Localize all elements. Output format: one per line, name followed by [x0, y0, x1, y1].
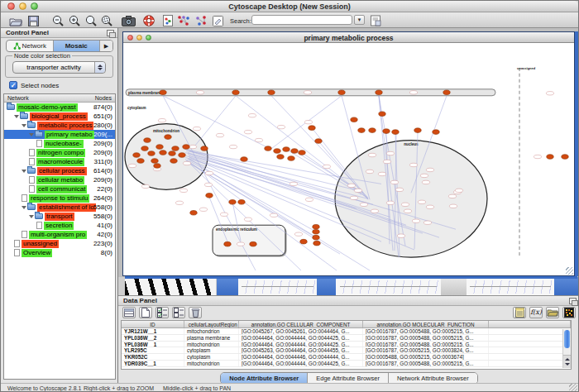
network-node[interactable] — [338, 90, 345, 95]
import-icon[interactable] — [546, 307, 559, 318]
table-row[interactable]: YJR121W__1mitochondrion[GO:0045267, GO:0… — [122, 328, 571, 335]
background-window-titlebar[interactable] — [317, 277, 336, 295]
tab-scroll-right-button[interactable]: ▶ — [100, 41, 112, 51]
annotation-icon[interactable] — [213, 15, 223, 26]
network-node[interactable] — [179, 153, 185, 158]
column-header[interactable]: annotation.GO MOLECULAR_FUNCTION — [363, 321, 489, 327]
tree-row[interactable]: macromolecule311(0) — [4, 157, 115, 166]
network-node[interactable] — [376, 90, 382, 95]
background-window-thumbnail[interactable] — [125, 277, 216, 295]
network-node[interactable] — [206, 194, 213, 198]
network-window-titlebar[interactable]: primary metabolic process — [123, 32, 574, 43]
layout-icon[interactable] — [176, 15, 191, 26]
table-scrollbar[interactable] — [562, 329, 570, 368]
network-node[interactable] — [154, 164, 160, 169]
network-node[interactable] — [241, 157, 247, 162]
tree-row[interactable]: Overview8(0) — [4, 248, 115, 257]
network-node[interactable] — [369, 128, 376, 133]
network-node[interactable] — [562, 155, 568, 160]
network-node[interactable] — [313, 229, 319, 234]
network-node[interactable] — [141, 146, 148, 151]
network-node[interactable] — [300, 239, 307, 244]
zoom-out-icon[interactable] — [52, 15, 65, 26]
zoom-in-icon[interactable] — [69, 15, 81, 26]
background-window-titlebar[interactable] — [554, 277, 579, 295]
tab-mosaic[interactable]: Mosaic — [54, 41, 101, 51]
scroll-down-icon[interactable] — [565, 363, 570, 366]
network-node[interactable] — [383, 129, 390, 134]
float-panel-icon[interactable] — [107, 30, 114, 36]
network-node[interactable] — [190, 210, 197, 215]
expand-arrow-icon[interactable] — [22, 124, 26, 127]
network-node[interactable] — [232, 90, 239, 95]
tree-row[interactable]: establishment of lo558(0) — [4, 203, 115, 212]
background-window-titlebar[interactable] — [217, 277, 238, 295]
notes-icon[interactable] — [513, 307, 526, 318]
network-node[interactable] — [172, 146, 179, 151]
layout-alt-icon[interactable] — [194, 15, 209, 26]
tree-row[interactable]: nucleobase-209(0) — [4, 139, 115, 148]
network-node[interactable] — [183, 145, 189, 150]
tree-row[interactable]: cell communicat22(0) — [4, 184, 115, 194]
table-row[interactable]: YLR295Ccytoplasm[GO:0045263, GO:0044464,… — [122, 347, 571, 354]
network-node[interactable] — [358, 128, 365, 133]
tree-row[interactable]: secretion41(0) — [4, 221, 115, 230]
app-resize-grip[interactable] — [569, 384, 577, 392]
network-node[interactable] — [291, 149, 298, 154]
network-node[interactable] — [169, 151, 175, 156]
function-icon[interactable]: f(x) — [529, 307, 543, 318]
network-node[interactable] — [268, 90, 275, 95]
attribute-table-header[interactable]: ID_cellularLayoutRegionannotation.GO CEL… — [122, 321, 571, 328]
delete-attribute-icon[interactable] — [189, 307, 202, 318]
unselect-attributes-icon[interactable] — [172, 307, 185, 318]
network-node[interactable] — [156, 145, 163, 150]
network-node[interactable] — [392, 130, 399, 135]
table-row[interactable]: YPL036W__1mitochondrion[GO:0044464, GO:0… — [122, 342, 571, 348]
help-icon[interactable] — [143, 15, 155, 26]
search-options-icon[interactable] — [371, 15, 381, 26]
network-node[interactable] — [265, 146, 271, 151]
network-node[interactable] — [144, 138, 151, 143]
tree-row[interactable]: metabolic process280(0) — [4, 121, 115, 130]
search-dropdown-button[interactable]: ▼ — [354, 15, 365, 25]
expand-arrow-icon[interactable] — [29, 133, 34, 136]
network-node[interactable] — [250, 241, 256, 246]
network-node[interactable] — [277, 155, 284, 160]
expand-arrow-icon[interactable] — [22, 170, 26, 173]
tree-row[interactable]: multi-organism pro42(0) — [4, 230, 115, 239]
tree-row[interactable]: transport558(0) — [4, 212, 115, 221]
matrix-icon[interactable] — [562, 307, 576, 318]
network-node[interactable] — [433, 130, 439, 135]
table-scroll-arrows[interactable] — [563, 355, 571, 368]
column-header[interactable]: _cellularLayoutRegion — [184, 321, 239, 327]
tree-row[interactable]: primary metabo209(... — [4, 130, 115, 139]
network-node[interactable] — [379, 112, 385, 117]
scroll-up-icon[interactable] — [565, 358, 570, 361]
network-node[interactable] — [351, 117, 357, 122]
select-attributes-icon[interactable] — [156, 307, 169, 318]
table-scrollbar-thumb[interactable] — [564, 330, 570, 348]
network-node[interactable] — [313, 241, 320, 246]
float-panel-icon[interactable] — [569, 298, 577, 304]
network-node[interactable] — [160, 90, 166, 95]
network-node[interactable] — [229, 200, 236, 205]
expand-arrow-icon[interactable] — [29, 215, 34, 218]
network-node[interactable] — [288, 156, 294, 161]
region-nucleus[interactable] — [335, 141, 487, 257]
search-input[interactable] — [251, 15, 352, 25]
tree-row[interactable]: cellular process614(0) — [4, 166, 115, 175]
network-node[interactable] — [170, 159, 177, 164]
vizmapper-icon[interactable] — [163, 15, 173, 26]
background-window-thumbnail[interactable] — [238, 277, 317, 295]
background-window-thumbnail[interactable] — [467, 277, 554, 295]
column-header[interactable]: annotation.GO CELLULAR_COMPONENT — [239, 321, 363, 327]
background-window-thumbnail[interactable] — [336, 277, 441, 295]
network-node[interactable] — [313, 235, 319, 240]
network-node[interactable] — [165, 135, 171, 140]
table-row[interactable]: YKR052Ccytoplasm[GO:0044464, GO:0044446,… — [122, 354, 571, 361]
tree-row[interactable]: mosaic-demo-yeast874(0) — [4, 103, 115, 112]
network-node[interactable] — [137, 159, 144, 164]
network-tree-header[interactable]: Network Nodes — [4, 94, 115, 103]
node-color-dropdown[interactable]: transporter activity — [12, 61, 106, 74]
network-node[interactable] — [315, 139, 322, 144]
